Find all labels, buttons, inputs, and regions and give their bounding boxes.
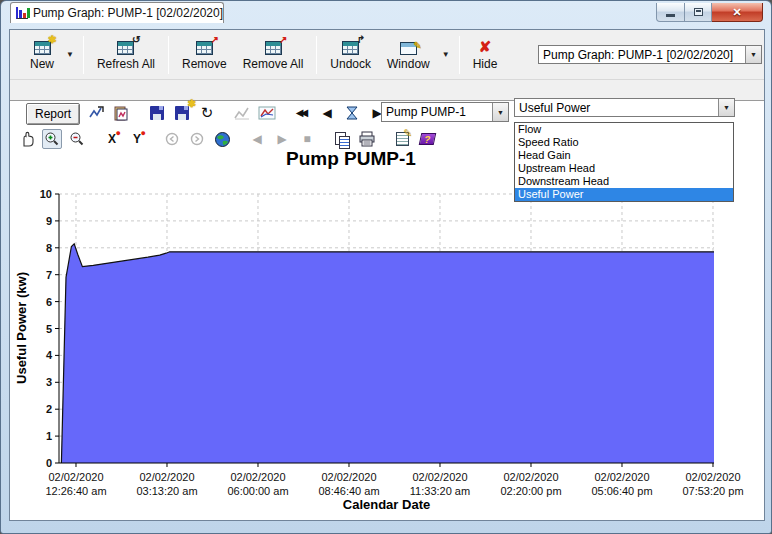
new-icon: ✱ [34,41,51,55]
hide-icon: ✘ [479,39,492,55]
zoom-out-button[interactable] [67,129,87,149]
report-manager-window: Report Manager ✕ ✱ New ▼ ↺ Refresh All ↗… [0,0,772,534]
svg-text:02:20:00 pm: 02:20:00 pm [500,485,561,497]
rewind-icon: ◀◀ [296,106,308,120]
window-dropdown-arrow[interactable]: ▼ [438,50,454,59]
chart-canvas[interactable]: 01234567891002/02/202012:26:40 am02/02/2… [1,151,772,523]
refresh-all-icon: ↺ [117,41,134,55]
hourglass-icon [344,105,360,121]
window-button[interactable]: ✎ Window [379,33,438,77]
full-extent-button[interactable] [212,129,232,149]
report-button[interactable]: Report [26,103,80,125]
separator [324,130,325,148]
svg-text:02/02/2020: 02/02/2020 [503,471,558,483]
rewind-button[interactable]: ◀◀ [292,103,312,123]
play-next-button: ▶ [272,129,292,149]
series-option[interactable]: Speed Ratio [515,136,733,149]
svg-text:06:00:00 am: 06:00:00 am [227,485,288,497]
globe-icon [214,131,231,148]
minimize-icon [666,14,675,17]
graph-arrow-icon[interactable] [87,103,107,123]
refresh-all-button[interactable]: ↺ Refresh All [89,33,163,77]
svg-text:7: 7 [46,269,52,281]
zoom-next-button [187,129,207,149]
pump-selector-combo[interactable]: Pump PUMP-1 ▼ [381,102,509,122]
pump-selector-dropdown-button[interactable]: ▼ [492,103,508,121]
series-selector-dropdown-button[interactable]: ▼ [718,99,734,116]
svg-text:6: 6 [46,296,52,308]
pan-button[interactable] [17,129,37,149]
save-as-button[interactable]: ✱ [172,103,192,123]
svg-text:03:13:20 am: 03:13:20 am [136,485,197,497]
svg-text:02/02/2020: 02/02/2020 [48,471,103,483]
series-dropdown-list: FlowSpeed RatioHead GainUpstream HeadDow… [514,122,734,202]
svg-text:02/02/2020: 02/02/2020 [412,471,467,483]
zoom-prev-icon [164,131,180,147]
series-option[interactable]: Useful Power [515,188,733,201]
properties-icon: ✎ [396,132,409,146]
trend-disabled-icon [233,105,251,121]
copy-button[interactable] [332,129,352,149]
report-selector-combo[interactable]: Pump Graph: PUMP-1 [02/02/2020] ▼ [538,45,762,64]
save-button[interactable] [147,103,167,123]
y-axis-zoom-icon: Y● [133,132,141,146]
series-option[interactable]: Downstream Head [515,175,733,188]
graph-toolbar: ✱ ↻ ◀◀ ◀ ▶ ▶▶ [87,101,412,125]
prev-button[interactable]: ◀ [317,103,337,123]
help-button[interactable]: ? [417,129,437,149]
remove-button[interactable]: ↗ Remove [174,33,235,77]
svg-text:8: 8 [46,242,52,254]
svg-text:12:26:40 am: 12:26:40 am [45,485,106,497]
hourglass-button[interactable] [342,103,362,123]
separator [83,36,84,74]
separator [384,130,385,148]
maximize-button[interactable] [685,3,712,22]
play-prev-icon: ◀ [252,132,261,146]
refresh-graph-button[interactable]: ↻ [197,103,217,123]
copy-graph-icon[interactable] [112,103,132,123]
hide-button[interactable]: ✘ Hide [465,33,506,77]
report-selector-dropdown-button[interactable]: ▼ [745,46,761,63]
new-dropdown-arrow[interactable]: ▼ [62,50,78,59]
close-icon: ✕ [732,6,741,19]
zoom-in-icon [44,131,60,147]
close-button[interactable]: ✕ [712,3,763,22]
copy-icon [335,132,349,147]
separator [316,36,317,74]
minimize-button[interactable] [656,3,685,22]
separator [459,36,460,74]
prev-icon: ◀ [322,106,331,120]
tab-pump-graph[interactable]: Pump Graph: PUMP-1 [02/02/2020] [10,2,224,23]
svg-text:9: 9 [46,215,52,227]
series-option[interactable]: Upstream Head [515,162,733,175]
zoom-next-icon [189,131,205,147]
trend-button[interactable] [257,103,277,123]
remove-all-button[interactable]: ↗ Remove All [235,33,312,77]
svg-text:02/02/2020: 02/02/2020 [139,471,194,483]
series-option[interactable]: Flow [515,123,733,136]
svg-text:2: 2 [46,403,52,415]
separator [94,130,95,148]
zoom-in-button[interactable] [42,129,62,149]
trend-icon [258,105,276,121]
print-button[interactable] [357,129,377,149]
zoom-prev-button [162,129,182,149]
svg-text:11:33:20 am: 11:33:20 am [410,485,470,497]
new-button[interactable]: ✱ New [22,33,62,77]
svg-text:07:53:20 pm: 07:53:20 pm [682,485,743,497]
chart-tools-toolbar: X● Y● ◀ ▶ ■ ✎ ? [17,127,437,151]
svg-text:5: 5 [46,323,52,335]
undock-icon: ↱ [342,41,359,55]
undock-button[interactable]: ↱ Undock [322,33,379,77]
series-selector-combo[interactable]: Useful Power ▼ [514,98,735,117]
play-prev-button: ◀ [247,129,267,149]
svg-text:1: 1 [46,430,52,442]
y-axis-zoom-button[interactable]: Y● [127,129,147,149]
properties-button[interactable]: ✎ [392,129,412,149]
svg-text:02/02/2020: 02/02/2020 [594,471,649,483]
svg-text:10: 10 [40,188,52,200]
x-axis-zoom-button[interactable]: X● [102,129,122,149]
stop-icon: ■ [303,132,310,146]
series-option[interactable]: Head Gain [515,149,733,162]
separator [154,130,155,148]
